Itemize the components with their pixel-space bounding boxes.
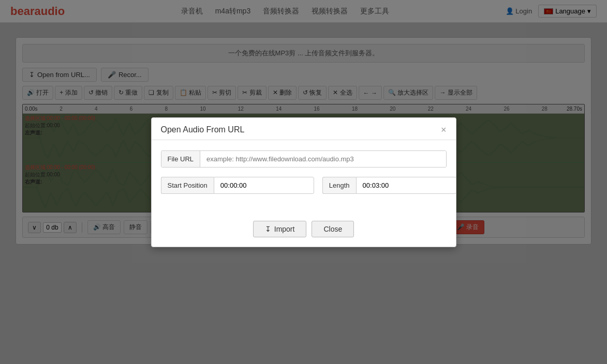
start-position-input[interactable] (214, 177, 314, 194)
close-modal-button[interactable]: Close (312, 221, 354, 237)
modal-header: Open Audio From URL × (152, 118, 456, 140)
modal-close-button[interactable]: × (441, 125, 447, 134)
modal-overlay: Open Audio From URL × File URL Start Pos… (0, 0, 607, 364)
import-button[interactable]: ↧ Import (253, 221, 307, 237)
length-input[interactable] (356, 177, 456, 194)
modal-footer: ↧ Import Close (152, 215, 456, 247)
modal-body: File URL Start Position Length (152, 140, 456, 215)
modal-title: Open Audio From URL (161, 125, 245, 134)
position-row: Start Position Length (161, 177, 447, 194)
url-row: File URL (161, 150, 447, 168)
start-position-group: Start Position (161, 177, 314, 194)
start-position-label: Start Position (161, 177, 214, 194)
file-url-label: File URL (161, 151, 201, 167)
length-label: Length (322, 177, 356, 194)
download-icon: ↧ (265, 225, 271, 233)
modal: Open Audio From URL × File URL Start Pos… (151, 117, 456, 247)
file-url-input[interactable] (200, 151, 446, 167)
length-group: Length (322, 177, 456, 194)
